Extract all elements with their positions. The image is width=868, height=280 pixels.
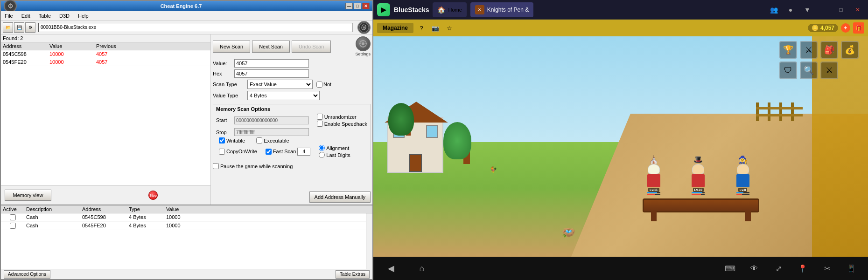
game-icon-sword[interactable]: ⚔ bbox=[800, 41, 818, 59]
bs-maximize-button[interactable]: □ bbox=[834, 3, 847, 16]
char3-level: Lv.8 bbox=[738, 188, 748, 192]
addr-scrollbar[interactable] bbox=[366, 213, 372, 269]
minimize-button[interactable]: — bbox=[345, 3, 353, 9]
bs-dropdown-icon[interactable]: ▼ bbox=[801, 3, 814, 16]
address-table-header: Active Description Address Type Value bbox=[1, 205, 372, 213]
value-input[interactable] bbox=[234, 59, 309, 68]
start-input[interactable] bbox=[234, 116, 309, 124]
right-checks: Unrandomizer Enable Speedhack bbox=[317, 114, 367, 127]
keyboard-icon[interactable]: ⌨ bbox=[722, 261, 737, 276]
scan-type-select[interactable]: Exact Value bbox=[247, 80, 313, 89]
value-type-select[interactable]: 4 Bytes bbox=[247, 91, 320, 100]
magazine-tab[interactable]: Magazine bbox=[377, 23, 413, 33]
fullscreen-icon[interactable]: ⤢ bbox=[771, 261, 786, 276]
memory-view-button[interactable]: Memory view bbox=[5, 190, 51, 201]
executable-checkbox[interactable] bbox=[256, 137, 262, 143]
result-row-1[interactable]: 0545FE20 10000 4057 bbox=[1, 58, 210, 66]
menu-file[interactable]: File bbox=[3, 11, 15, 20]
add-gold-button[interactable]: + bbox=[841, 23, 850, 33]
fast-scan-label: Fast Scan bbox=[273, 149, 296, 154]
char1-hp-fill bbox=[647, 194, 655, 195]
unrandomizer-checkbox[interactable] bbox=[317, 114, 323, 120]
fence-post-2 bbox=[768, 102, 770, 121]
copyonwrite-checkbox[interactable] bbox=[219, 149, 225, 155]
add-address-button[interactable]: Add Address Manually bbox=[309, 191, 371, 203]
game-icon-shield[interactable]: 🛡 bbox=[779, 61, 797, 79]
back-nav-button[interactable]: ◀ bbox=[383, 260, 399, 277]
game-icon-trophy[interactable]: 🏆 bbox=[779, 41, 797, 59]
ce-logo: ⚙ bbox=[4, 0, 17, 13]
star-icon[interactable]: ☆ bbox=[443, 22, 455, 34]
bs-users-icon[interactable]: 👥 bbox=[767, 3, 780, 16]
char1-bar-fill bbox=[647, 192, 657, 193]
gold-icon: 🪙 bbox=[812, 25, 819, 31]
fast-scan-area: Fast Scan bbox=[266, 148, 311, 156]
help-icon[interactable]: ? bbox=[415, 22, 427, 34]
menu-edit[interactable]: Edit bbox=[20, 11, 32, 20]
stop-input[interactable] bbox=[234, 128, 309, 136]
eye-icon[interactable]: 👁 bbox=[747, 261, 762, 276]
settings-icon[interactable] bbox=[356, 36, 371, 51]
toolbar-btn-1[interactable]: 📂 bbox=[3, 22, 13, 33]
ce-main-area: Found: 2 Address Value Previous 0545C598… bbox=[1, 34, 372, 205]
executable-check: Executable bbox=[256, 137, 289, 143]
ce-window-title: Cheat Engine 6.7 bbox=[17, 3, 345, 9]
menu-d3d[interactable]: D3D bbox=[57, 11, 71, 20]
location-icon[interactable]: 📍 bbox=[795, 261, 810, 276]
bs-minimize-button[interactable]: — bbox=[818, 3, 831, 16]
memory-scan-section: Memory Scan Options Start Unrandomizer E… bbox=[213, 104, 371, 160]
bs-circle-icon[interactable]: ● bbox=[784, 3, 797, 16]
settings-label: Settings bbox=[355, 52, 371, 56]
ce-bottom-bar: Advanced Options Table Extras bbox=[1, 269, 372, 279]
memory-scan-title: Memory Scan Options bbox=[216, 106, 367, 112]
bs-tab-game[interactable]: ⚔ Knights of Pen & bbox=[470, 2, 533, 17]
new-scan-button[interactable]: New Scan bbox=[213, 41, 250, 53]
game-icon-coin[interactable]: 💰 bbox=[841, 41, 859, 59]
close-button[interactable]: ✕ bbox=[362, 3, 370, 9]
hex-input[interactable] bbox=[234, 69, 309, 78]
toolbar-btn-2[interactable]: 💾 bbox=[14, 22, 24, 33]
fast-scan-input[interactable] bbox=[297, 148, 310, 156]
char3-bar-fill bbox=[736, 192, 743, 193]
result-row-0[interactable]: 0545C598 10000 4057 bbox=[1, 50, 210, 58]
last-digits-radio-input[interactable] bbox=[319, 152, 325, 158]
gift-button[interactable]: 🎁 bbox=[853, 22, 864, 34]
addr-checkbox-0[interactable] bbox=[10, 214, 16, 220]
menu-help[interactable]: Help bbox=[76, 11, 91, 20]
bs-tab-home[interactable]: 🏠 Home bbox=[433, 2, 466, 17]
char2-level: Lv.10 bbox=[693, 188, 704, 192]
addr-address-1: 0545FE20 bbox=[80, 222, 127, 229]
maximize-button[interactable]: □ bbox=[354, 3, 361, 9]
toolbar-btn-3[interactable]: ⚙ bbox=[25, 22, 35, 33]
camera-icon[interactable]: 📷 bbox=[429, 22, 441, 34]
undo-scan-button[interactable]: Undo Scan bbox=[292, 41, 331, 53]
addr-row-0[interactable]: Cash 0545C598 4 Bytes 10000 bbox=[1, 213, 366, 222]
mobile-icon[interactable]: 📱 bbox=[844, 261, 859, 276]
game-nest: 🪺 bbox=[561, 226, 575, 239]
next-scan-button[interactable]: Next Scan bbox=[252, 41, 290, 53]
home-nav-button[interactable]: ⌂ bbox=[413, 260, 430, 277]
cheat-engine-window: ⚙ Cheat Engine 6.7 — □ ✕ File Edit Table… bbox=[0, 0, 373, 280]
speedhack-checkbox[interactable] bbox=[317, 121, 323, 127]
alignment-radio-input[interactable] bbox=[319, 145, 325, 151]
fence-area bbox=[756, 102, 803, 126]
ms-bottom-row: CopyOnWrite Fast Scan Alignment bbox=[216, 145, 367, 158]
advanced-options-button[interactable]: Advanced Options bbox=[4, 270, 50, 279]
menu-table[interactable]: Table bbox=[37, 11, 53, 20]
game-icon-sword2[interactable]: ⚔ bbox=[820, 61, 838, 79]
game-icon-bag[interactable]: 🎒 bbox=[820, 41, 838, 59]
writable-checkbox[interactable] bbox=[219, 137, 225, 143]
pause-checkbox[interactable] bbox=[213, 163, 219, 169]
fast-scan-checkbox[interactable] bbox=[266, 149, 272, 155]
game-icon-search[interactable]: 🔍 bbox=[800, 61, 818, 79]
addr-checkbox-1[interactable] bbox=[10, 223, 16, 229]
result-value-1: 10000 bbox=[48, 59, 94, 65]
table-leg-1 bbox=[651, 211, 657, 221]
stop-scan-icon[interactable]: Stop bbox=[148, 191, 158, 200]
character-1: ⛪ Lv.11 bbox=[647, 155, 660, 195]
table-extras-button[interactable]: Table Extras bbox=[336, 270, 370, 279]
not-checkbox[interactable] bbox=[316, 82, 322, 88]
bs-close-button[interactable]: ✕ bbox=[851, 3, 864, 16]
scissors-icon[interactable]: ✂ bbox=[819, 261, 834, 276]
addr-row-1[interactable]: Cash 0545FE20 4 Bytes 10000 bbox=[1, 222, 366, 230]
